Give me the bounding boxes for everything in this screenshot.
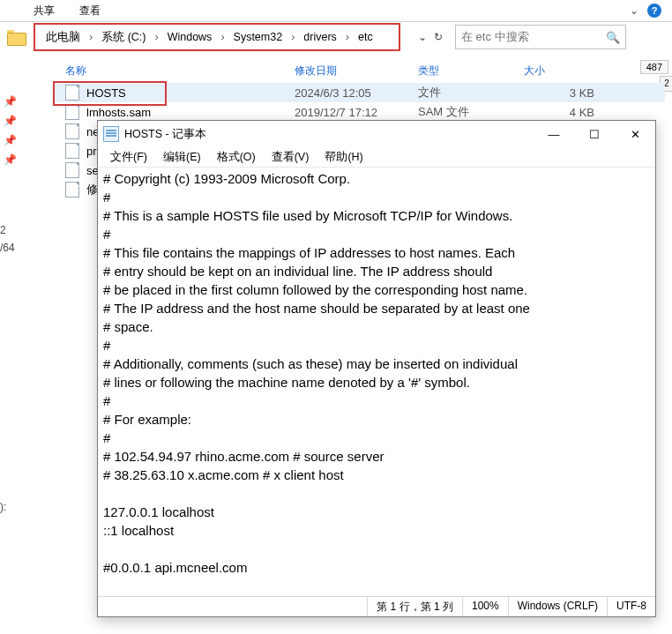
maximize-button[interactable]: ☐ [574, 121, 615, 147]
ribbon-tabs: 共享 查看 ⌄ ? [0, 0, 672, 22]
status-cursor: 第 1 行，第 1 列 [367, 597, 462, 616]
file-size: 4 KB [524, 106, 600, 119]
crumb-this-pc[interactable]: 此电脑 [41, 28, 86, 47]
file-type: 文件 [418, 85, 524, 101]
menu-help[interactable]: 帮助(H) [317, 148, 370, 167]
crumb-system32[interactable]: System32 [228, 29, 288, 45]
file-type: SAM 文件 [418, 104, 524, 120]
crumb-etc[interactable]: etc [353, 29, 378, 45]
window-title: HOSTS - 记事本 [124, 127, 206, 142]
col-header-size[interactable]: 大小 [524, 63, 594, 78]
chevron-right-icon: › [153, 31, 160, 43]
file-modified: 2019/12/7 17:12 [295, 106, 418, 119]
table-row[interactable]: HOSTS2024/6/3 12:05文件3 KB [53, 83, 665, 102]
pin-icon: 📌 [4, 95, 17, 108]
file-icon [65, 182, 79, 198]
status-encoding: UTF-8 [607, 597, 655, 616]
file-size: 3 KB [524, 86, 600, 100]
search-placeholder: 在 etc 中搜索 [461, 29, 529, 45]
col-header-modified[interactable]: 修改日期 [295, 63, 418, 78]
file-modified: 2024/6/3 12:05 [295, 86, 418, 100]
column-headers: 名称 修改日期 类型 大小 [53, 58, 672, 83]
status-lineend: Windows (CRLF) [508, 597, 607, 616]
file-name: HOSTS [86, 86, 126, 100]
menu-view[interactable]: 查看(V) [265, 148, 317, 167]
table-row[interactable]: lmhosts.sam2019/12/7 17:12SAM 文件4 KB [53, 102, 665, 122]
pin-icon: 📌 [4, 153, 17, 166]
menu-edit[interactable]: 编辑(E) [156, 148, 208, 167]
crumb-drivers[interactable]: drivers [298, 29, 342, 45]
help-icon[interactable]: ? [647, 4, 661, 18]
notepad-text-area[interactable]: # Copyright (c) 1993-2009 Microsoft Corp… [98, 168, 655, 596]
chevron-right-icon: › [219, 31, 226, 43]
chevron-down-icon[interactable]: ⌄ [630, 4, 638, 17]
notepad-menubar: 文件(F) 编辑(E) 格式(O) 查看(V) 帮助(H) [98, 147, 655, 168]
chevron-right-icon: › [289, 31, 296, 43]
chevron-right-icon: › [87, 31, 94, 43]
search-input[interactable]: 在 etc 中搜索 🔍 [455, 25, 626, 49]
left-label: /64 [0, 242, 15, 254]
crumb-windows[interactable]: Windows [162, 29, 218, 45]
close-button[interactable]: ✕ [615, 121, 655, 147]
file-icon [65, 143, 79, 159]
right-chip: 487 [640, 60, 668, 74]
search-icon: 🔍 [606, 31, 620, 44]
folder-icon [7, 30, 25, 44]
menu-file[interactable]: 文件(F) [103, 148, 154, 167]
col-header-name[interactable]: 名称 [53, 63, 295, 78]
breadcrumb: 此电脑› 系统 (C:)› Windows› System32› drivers… [41, 28, 378, 47]
file-name: lmhosts.sam [86, 106, 151, 119]
minimize-button[interactable]: — [534, 121, 574, 147]
notepad-window: HOSTS - 记事本 — ☐ ✕ 文件(F) 编辑(E) 格式(O) 查看(V… [97, 120, 656, 617]
file-icon [65, 85, 79, 101]
file-icon [65, 123, 79, 139]
status-zoom: 100% [462, 597, 508, 616]
crumb-c-drive[interactable]: 系统 (C:) [96, 28, 151, 47]
chevron-down-icon[interactable]: ⌄ [418, 31, 427, 43]
notepad-icon [103, 126, 119, 142]
tab-share[interactable]: 共享 [21, 0, 67, 21]
notepad-titlebar[interactable]: HOSTS - 记事本 — ☐ ✕ [98, 121, 655, 147]
tab-view[interactable]: 查看 [67, 0, 113, 21]
left-labels: 2 /64 ): [0, 219, 15, 518]
file-icon [65, 104, 79, 120]
pin-icon: 📌 [4, 115, 17, 127]
chevron-right-icon: › [344, 31, 351, 43]
left-label: 2 [0, 224, 15, 236]
left-label: ): [0, 501, 15, 513]
notepad-statusbar: 第 1 行，第 1 列 100% Windows (CRLF) UTF-8 [98, 596, 655, 616]
col-header-type[interactable]: 类型 [418, 63, 524, 78]
pin-icon: 📌 [4, 134, 17, 146]
address-row: 此电脑› 系统 (C:)› Windows› System32› drivers… [0, 21, 672, 53]
menu-format[interactable]: 格式(O) [210, 148, 263, 167]
address-bar[interactable]: 此电脑› 系统 (C:)› Windows› System32› drivers… [34, 23, 400, 51]
pin-icons: 📌 📌 📌 📌 [4, 88, 17, 173]
file-icon [65, 162, 79, 178]
refresh-icon[interactable]: ↻ [434, 31, 443, 43]
